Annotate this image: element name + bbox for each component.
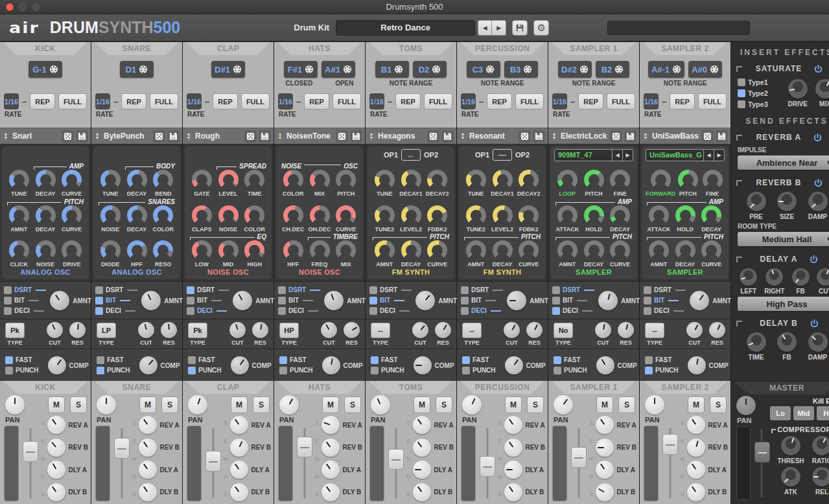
killeq-hi-button[interactable]: Hi (817, 406, 829, 420)
volume-fader[interactable] (479, 426, 496, 501)
comp-knob[interactable] (414, 356, 432, 374)
checkbox-punch[interactable] (554, 367, 561, 374)
mute-button[interactable]: M (688, 396, 705, 413)
save-preset-button[interactable] (533, 130, 545, 143)
pan-knob[interactable] (462, 395, 482, 415)
randomize-preset-button[interactable] (153, 130, 165, 143)
comp-option-label[interactable]: PUNCH (107, 367, 130, 374)
send-reva-knob[interactable] (139, 416, 157, 434)
cutoff-knob[interactable] (686, 322, 703, 338)
send-revb-knob[interactable] (687, 439, 705, 457)
full-button[interactable]: FULL (515, 93, 544, 109)
checkbox-bit[interactable] (95, 297, 103, 304)
note-assign-button[interactable]: B3 (504, 61, 538, 78)
rep-button[interactable]: REP (487, 93, 512, 109)
send-revb-knob[interactable] (413, 439, 431, 457)
send-dlyb-knob[interactable] (230, 483, 248, 501)
decay-knob[interactable] (36, 170, 56, 190)
preset-name[interactable]: Snarl (12, 132, 60, 141)
save-preset-button[interactable] (624, 130, 636, 143)
info-display-field[interactable] (607, 21, 750, 35)
resonance-knob[interactable] (618, 322, 634, 338)
lofi-amount-knob[interactable] (598, 291, 618, 310)
volume-fader[interactable] (570, 426, 587, 501)
drive-knob[interactable] (62, 240, 82, 260)
click-knob[interactable] (9, 240, 29, 260)
volume-fader[interactable] (296, 426, 313, 501)
send-revb-knob[interactable] (596, 439, 614, 457)
pitch-knob[interactable] (336, 170, 356, 190)
rep-button[interactable]: REP (670, 93, 695, 109)
filter-type-button[interactable]: HP (279, 323, 299, 338)
comp-option-label[interactable]: PUNCH (381, 367, 404, 374)
amnt-knob[interactable] (649, 240, 669, 260)
power-icon[interactable] (813, 178, 823, 188)
checkbox-dsrt[interactable] (461, 286, 469, 294)
checkbox-punch[interactable] (97, 367, 104, 374)
curve-knob[interactable] (519, 240, 539, 260)
lofi-option-label[interactable]: BIT (106, 297, 116, 304)
preset-spinner[interactable]: ▲▼ (551, 132, 557, 140)
mute-button[interactable]: M (596, 396, 613, 413)
rate-value-button[interactable]: 1/16 (369, 93, 384, 109)
randomize-preset-button[interactable] (62, 130, 74, 143)
op-route-button[interactable]: ← (401, 149, 421, 161)
right-knob[interactable] (765, 268, 783, 286)
curve-knob[interactable] (427, 240, 447, 260)
checkbox-dsrt[interactable] (187, 286, 194, 294)
impulse-dropdown[interactable]: Ambience Near▼ (738, 155, 829, 170)
volume-fader[interactable] (205, 426, 222, 501)
checkbox-fast[interactable] (371, 356, 379, 364)
checkbox-bit[interactable] (369, 297, 377, 304)
lofi-option-label[interactable]: BIT (654, 297, 664, 304)
note-assign-button[interactable]: G-1 (29, 61, 62, 78)
level2-knob[interactable] (401, 205, 421, 225)
checkbox-bit[interactable] (4, 297, 12, 304)
decay-knob[interactable] (610, 205, 630, 225)
decay2-knob[interactable] (519, 170, 539, 190)
left-knob[interactable] (740, 268, 757, 286)
comp-option-label[interactable]: PUNCH (198, 367, 222, 374)
high-knob[interactable] (244, 240, 264, 260)
reso-knob[interactable] (153, 240, 173, 260)
full-button[interactable]: FULL (58, 93, 87, 109)
checkbox-fast[interactable] (97, 356, 104, 364)
damp-knob[interactable] (808, 192, 828, 211)
killeq-mid-button[interactable]: Mid (793, 406, 814, 420)
ohdec-knob[interactable] (310, 205, 330, 225)
sample-next-icon[interactable]: ▶ (622, 150, 633, 161)
preset-spinner[interactable]: ▲▼ (642, 132, 649, 140)
checkbox-bit[interactable] (461, 297, 469, 304)
preset-spinner[interactable]: ▲▼ (3, 132, 9, 140)
send-dlya-knob[interactable] (687, 461, 705, 479)
saturate-type-label[interactable]: Type3 (748, 100, 768, 108)
loop-knob[interactable] (557, 170, 578, 190)
resonance-knob[interactable] (161, 322, 177, 338)
color-knob[interactable] (244, 205, 264, 225)
comp-knob[interactable] (231, 356, 249, 374)
rep-button[interactable]: REP (304, 93, 329, 109)
comp-knob[interactable] (139, 356, 158, 374)
mid-knob[interactable] (218, 240, 239, 260)
lofi-option-label[interactable]: BIT (380, 297, 390, 304)
fine-knob[interactable] (610, 170, 630, 190)
hold-knob[interactable] (584, 205, 604, 225)
amnt-knob[interactable] (557, 240, 578, 260)
full-button[interactable]: FULL (150, 93, 178, 109)
decay-knob[interactable] (36, 205, 56, 225)
checkbox-punch[interactable] (462, 367, 470, 374)
curve-knob[interactable] (701, 240, 721, 260)
fader-handle[interactable] (480, 456, 495, 477)
send-reva-knob[interactable] (504, 416, 522, 434)
noise-knob[interactable] (36, 240, 56, 260)
killeq-lo-button[interactable]: Lo (770, 406, 791, 420)
level-knob[interactable] (218, 170, 239, 190)
rep-button[interactable]: REP (121, 93, 146, 109)
rate-value-button[interactable]: 1/16 (552, 93, 567, 109)
note-assign-button[interactable]: A#1 (321, 61, 355, 78)
lofi-option-label[interactable]: DECI (288, 307, 304, 314)
send-dlyb-knob[interactable] (596, 483, 614, 501)
preset-name[interactable]: UniSawBass (652, 132, 699, 141)
delay-a-filter-dropdown[interactable]: High Pass (738, 297, 829, 311)
sample-selector[interactable]: 909MT_47◀▶ (554, 149, 633, 161)
